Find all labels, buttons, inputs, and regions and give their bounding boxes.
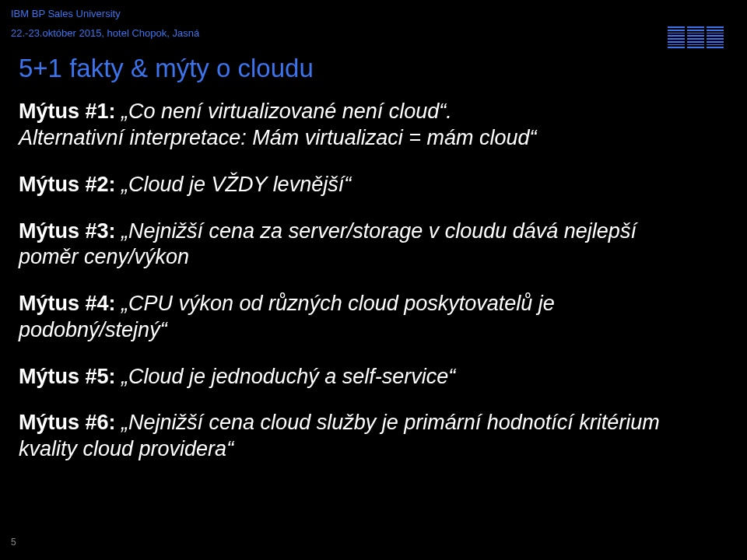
myth-label: Mýtus #2: xyxy=(19,173,116,196)
slide-title: 5+1 fakty & mýty o cloudu xyxy=(0,43,747,83)
myth-label: Mýtus #6: xyxy=(19,411,116,434)
myth-text: „Cloud je jednoduchý a self-service“ xyxy=(116,365,456,388)
myth-label: Mýtus #1: xyxy=(19,100,116,123)
myth-label: Mýtus #5: xyxy=(19,365,116,388)
header-line-1: IBM BP Sales University xyxy=(11,5,747,24)
myth-item: Mýtus #2: „Cloud je VŽDY levnější“ xyxy=(19,172,693,198)
myth-text: „Co není virtualizované není cloud“. xyxy=(116,100,452,123)
myth-subtext: Alternativní interpretace: Mám virtualiz… xyxy=(19,126,537,149)
slide-header: IBM BP Sales University 22.-23.október 2… xyxy=(0,0,747,43)
slide-body: Mýtus #1: „Co není virtualizované není c… xyxy=(0,83,747,463)
myth-label: Mýtus #3: xyxy=(19,219,116,243)
myth-text: „Cloud je VŽDY levnější“ xyxy=(116,173,352,196)
myth-item: Mýtus #3: „Nejnižší cena za server/stora… xyxy=(19,219,693,271)
page-number: 5 xyxy=(11,537,16,548)
myth-label: Mýtus #4: xyxy=(19,292,116,315)
myth-item: Mýtus #4: „CPU výkon od různých cloud po… xyxy=(19,291,693,344)
myth-item: Mýtus #1: „Co není virtualizované není c… xyxy=(19,99,693,152)
header-line-2: 22.-23.október 2015, hotel Chopok, Jasná xyxy=(11,24,747,44)
ibm-logo-icon xyxy=(668,26,724,48)
myth-item: Mýtus #5: „Cloud je jednoduchý a self-se… xyxy=(19,364,693,390)
myth-item: Mýtus #6: „Nejnižší cena cloud služby je… xyxy=(19,410,693,463)
myth-text: „Nejnižší cena cloud služby je primární … xyxy=(19,411,660,460)
